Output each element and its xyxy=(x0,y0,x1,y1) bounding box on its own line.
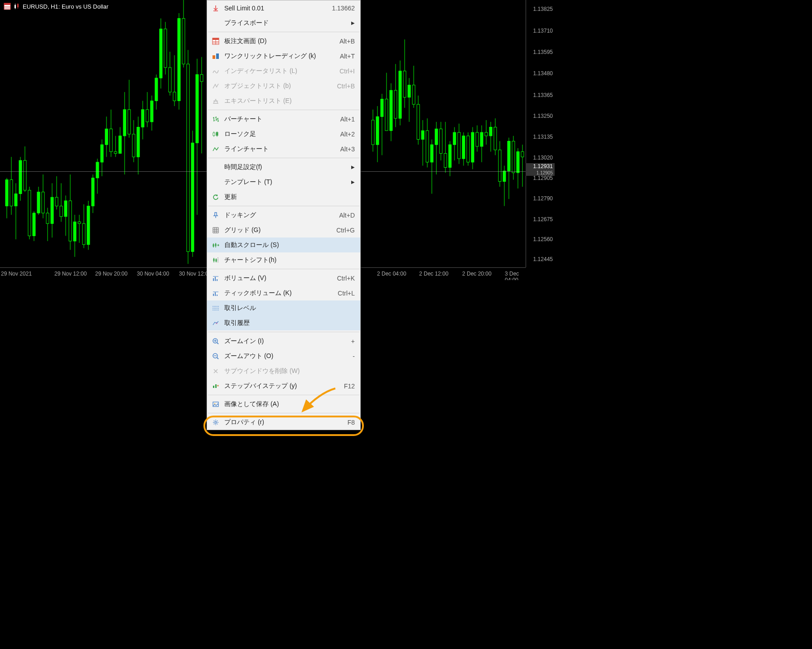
menu-item-shortcut: Ctrl+K xyxy=(337,275,355,282)
menu-item[interactable]: チャートシフト(h) xyxy=(207,252,360,267)
menu-item[interactable]: ワンクリックトレーディング (k)Alt+T xyxy=(207,48,360,63)
bar-chart-icon xyxy=(211,115,221,124)
menu-item[interactable]: プライスボード▶ xyxy=(207,15,360,30)
svg-rect-163 xyxy=(521,152,524,157)
menu-item-shortcut: Alt+3 xyxy=(340,145,355,153)
menu-item[interactable]: ズームアウト (O)- xyxy=(207,349,360,363)
menu-item-label: テンプレート (T) xyxy=(224,178,351,186)
object-list-icon xyxy=(211,82,221,91)
svg-rect-119 xyxy=(421,131,424,139)
menu-item[interactable]: プロパティ (r)F8 xyxy=(207,415,360,430)
autoscroll-icon xyxy=(211,241,221,250)
svg-rect-49 xyxy=(96,162,99,178)
svg-rect-55 xyxy=(110,129,112,151)
current-price-badge: 1.129311.12905 xyxy=(526,163,555,176)
menu-item[interactable]: ズームイン (I)+ xyxy=(207,334,360,349)
menu-item[interactable]: ティックボリューム (K)Ctrl+L xyxy=(207,286,360,300)
svg-rect-147 xyxy=(485,132,488,136)
menu-item[interactable]: 取引履歴 xyxy=(207,315,360,330)
menu-item[interactable]: ドッキングAlt+D xyxy=(207,208,360,223)
indicator-list-icon xyxy=(211,67,221,76)
svg-rect-31 xyxy=(55,197,58,206)
svg-rect-67 xyxy=(137,127,140,157)
menu-separator xyxy=(208,332,359,332)
menu-item-shortcut: Ctrl+I xyxy=(339,68,355,75)
menu-item[interactable]: ラインチャートAlt+3 xyxy=(207,141,360,156)
menu-item-shortcut: Alt+T xyxy=(340,53,355,60)
svg-rect-129 xyxy=(444,154,447,168)
price-tick: 1.13480 xyxy=(533,70,553,77)
svg-rect-47 xyxy=(92,178,94,206)
svg-rect-15 xyxy=(19,160,22,194)
svg-point-206 xyxy=(215,421,217,423)
price-tick: 1.13710 xyxy=(533,28,553,34)
menu-item-shortcut: 1.13662 xyxy=(332,5,355,12)
menu-item[interactable]: 更新 xyxy=(207,189,360,204)
menu-item-label: ドッキング xyxy=(224,211,339,219)
time-tick: 30 Nov 04:00 xyxy=(137,271,169,277)
svg-rect-115 xyxy=(412,85,415,105)
menu-item-label: ボリューム (V) xyxy=(224,274,337,282)
time-tick: 29 Nov 12:00 xyxy=(54,271,87,277)
submenu-arrow-icon: ▶ xyxy=(351,165,355,170)
menu-item[interactable]: 板注文画面 (D)Alt+B xyxy=(207,34,360,48)
menu-separator xyxy=(208,158,359,158)
svg-rect-39 xyxy=(73,222,76,241)
price-tick: 1.12905 xyxy=(533,175,553,181)
price-tick: 1.13825 xyxy=(533,6,553,12)
svg-rect-53 xyxy=(105,129,108,145)
menu-item[interactable]: バーチャートAlt+1 xyxy=(207,111,360,126)
price-axis: 1.138251.137101.135951.134801.133651.132… xyxy=(526,0,555,267)
menu-item[interactable]: テンプレート (T)▶ xyxy=(207,174,360,189)
menu-item[interactable]: 取引レベル xyxy=(207,300,360,315)
svg-rect-93 xyxy=(196,74,198,143)
svg-rect-166 xyxy=(213,38,219,40)
grid-icon xyxy=(211,226,221,235)
submenu-arrow-icon: ▶ xyxy=(351,20,355,25)
svg-rect-181 xyxy=(213,259,215,261)
svg-rect-91 xyxy=(191,143,194,252)
menu-item-shortcut: Ctrl+G xyxy=(336,227,355,234)
svg-rect-117 xyxy=(417,104,420,139)
menu-item-label: プライスボード xyxy=(224,19,351,27)
svg-rect-123 xyxy=(430,145,433,162)
svg-rect-190 xyxy=(217,295,218,296)
price-tick: 1.13365 xyxy=(533,92,553,98)
svg-rect-177 xyxy=(213,244,214,247)
menu-item[interactable]: 時間足設定(f)▶ xyxy=(207,160,360,174)
submenu-arrow-icon: ▶ xyxy=(351,179,355,184)
menu-separator xyxy=(208,110,359,110)
menu-item[interactable]: グリッド (G)Ctrl+G xyxy=(207,223,360,237)
menu-item[interactable]: ローソク足Alt+2 xyxy=(207,126,360,141)
menu-item[interactable]: Sell Limit 0.011.13662 xyxy=(207,0,360,15)
svg-rect-95 xyxy=(200,74,203,81)
svg-rect-21 xyxy=(33,213,35,236)
menu-item-label: オブジェクトリスト (b) xyxy=(224,82,337,90)
menu-item[interactable]: 画像として保存 (A) xyxy=(207,397,360,412)
menu-item[interactable]: ステップバイステップ (y)F12 xyxy=(207,378,360,393)
svg-rect-99 xyxy=(376,116,379,145)
time-tick: 29 Nov 20:00 xyxy=(95,271,127,277)
menu-item-shortcut: + xyxy=(351,338,355,345)
svg-rect-107 xyxy=(394,90,397,118)
menu-item-label: ズームイン (I) xyxy=(224,337,351,345)
menu-item-label: サブウインドウを削除 (W) xyxy=(224,367,355,375)
svg-rect-188 xyxy=(213,294,214,296)
chart-title: EURUSD, H1: Euro vs US Dollar xyxy=(4,3,108,10)
menu-item[interactable]: 自動スクロール (S) xyxy=(207,237,360,252)
menu-item-label: チャートシフト(h) xyxy=(224,256,355,264)
trade-levels-icon xyxy=(211,304,221,313)
svg-rect-65 xyxy=(132,134,135,157)
menu-separator xyxy=(208,269,359,269)
svg-rect-23 xyxy=(37,192,40,213)
menu-item[interactable]: ボリューム (V)Ctrl+K xyxy=(207,271,360,286)
svg-rect-187 xyxy=(217,279,218,281)
time-tick: 2 Dec 12:00 xyxy=(419,271,449,277)
chart-context-menu[interactable]: Sell Limit 0.011.13662プライスボード▶板注文画面 (D)A… xyxy=(207,0,361,430)
time-tick: 2 Dec 04:00 xyxy=(377,271,406,277)
svg-rect-63 xyxy=(128,110,130,134)
svg-rect-59 xyxy=(119,136,121,154)
blank-icon xyxy=(211,163,221,172)
svg-rect-17 xyxy=(24,160,26,190)
svg-rect-189 xyxy=(215,292,216,296)
